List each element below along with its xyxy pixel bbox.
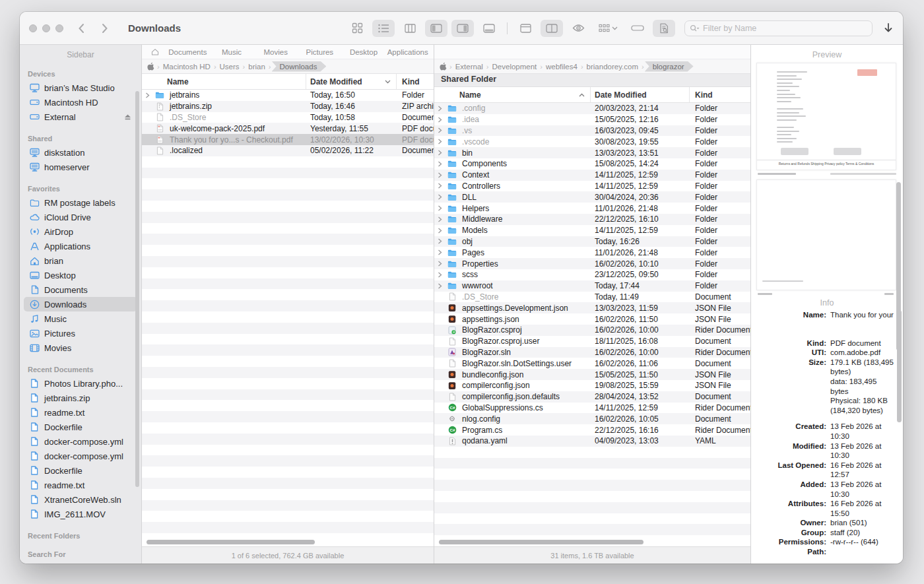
sidebar-item-img-2611-mov[interactable]: IMG_2611.MOV bbox=[24, 507, 137, 521]
show-tab-bar-button[interactable] bbox=[514, 20, 537, 37]
file-row[interactable]: Thank you for yo...s - Checkout.pdf13/02… bbox=[142, 134, 434, 145]
eject-icon[interactable] bbox=[123, 113, 132, 121]
file-row[interactable]: compilerconfig.json19/08/2025, 15:59JSON… bbox=[434, 380, 750, 391]
sidebar-item-desktop[interactable]: Desktop bbox=[24, 268, 137, 282]
sidebar-item-docker-compose-yml[interactable]: docker-compose.yml bbox=[24, 434, 137, 449]
close-window-button[interactable] bbox=[29, 24, 37, 32]
tab-documents[interactable]: Documents bbox=[166, 48, 210, 56]
column-header-name[interactable]: Name bbox=[167, 74, 306, 89]
right-hscroll-bar[interactable] bbox=[439, 540, 644, 544]
breadcrumb-item[interactable]: blograzor bbox=[645, 61, 694, 72]
rename-button[interactable] bbox=[626, 20, 649, 37]
minimize-window-button[interactable] bbox=[42, 24, 50, 32]
file-row[interactable]: C#Program.cs22/12/2025, 16:16Rider Docum… bbox=[434, 424, 750, 436]
breadcrumb-item[interactable]: External bbox=[453, 62, 486, 71]
file-row[interactable]: uk-welcome-pack-2025.pdfYesterday, 11:55… bbox=[142, 123, 434, 134]
file-row[interactable]: Components15/08/2025, 14:24Folder bbox=[434, 158, 750, 170]
downloads-arrow-button[interactable] bbox=[883, 22, 894, 34]
sidebar-item-readme-txt[interactable]: readme.txt bbox=[24, 405, 137, 420]
zoom-window-button[interactable] bbox=[55, 24, 63, 32]
disclosure-chevron-icon[interactable] bbox=[434, 106, 445, 112]
preview-toggle-button[interactable] bbox=[567, 20, 589, 37]
sidebar-item-macintosh-hd[interactable]: Macintosh HD bbox=[24, 95, 137, 110]
breadcrumb-item[interactable]: briandorey.com bbox=[584, 62, 641, 71]
disclosure-chevron-icon[interactable] bbox=[434, 139, 445, 145]
back-button[interactable] bbox=[78, 24, 87, 33]
file-row[interactable]: .vscode30/08/2023, 19:55Folder bbox=[434, 136, 750, 147]
file-row[interactable]: Models14/11/2025, 12:59Folder bbox=[434, 225, 750, 236]
disclosure-chevron-icon[interactable] bbox=[434, 249, 445, 255]
sidebar-item-xtranetcoreweb-sln[interactable]: XtranetCoreWeb.sln bbox=[24, 492, 137, 507]
file-row[interactable]: BlogRazor.sln16/02/2026, 10:00Rider Docu… bbox=[434, 347, 750, 358]
sidebar-item-jetbrains-zip[interactable]: jetbrains.zip bbox=[24, 391, 137, 405]
sidebar-item-readme-txt[interactable]: readme.txt bbox=[24, 478, 137, 492]
disclosure-chevron-icon[interactable] bbox=[434, 127, 445, 133]
apple-icon[interactable] bbox=[147, 62, 154, 71]
disclosure-chevron-icon[interactable] bbox=[434, 150, 445, 156]
apple-icon[interactable] bbox=[440, 62, 447, 71]
list-view-button[interactable] bbox=[372, 20, 395, 37]
tab-movies[interactable]: Movies bbox=[253, 48, 298, 56]
sidebar-item-movies[interactable]: Movies bbox=[24, 341, 137, 355]
file-row[interactable]: Pages11/01/2026, 21:48Folder bbox=[434, 247, 750, 258]
sidebar-item-icloud-drive[interactable]: iCloud Drive bbox=[24, 210, 137, 224]
sidebar-item-diskstation[interactable]: diskstation bbox=[24, 145, 137, 160]
tab-pictures[interactable]: Pictures bbox=[298, 48, 342, 56]
sidebar-item-docker-compose-yml[interactable]: docker-compose.yml bbox=[24, 449, 137, 463]
file-row[interactable]: wwwrootToday, 17:44Folder bbox=[434, 280, 750, 292]
file-row[interactable]: nlog.config16/02/2026, 10:05Document bbox=[434, 413, 750, 424]
sidebar-item-photos-library-pho-[interactable]: Photos Library.pho... bbox=[24, 376, 137, 391]
file-row[interactable]: bin13/03/2023, 13:51Folder bbox=[434, 147, 750, 158]
sidebar-item-brian-s-mac-studio[interactable]: brian’s Mac Studio bbox=[24, 81, 137, 95]
filter-field[interactable] bbox=[684, 20, 873, 36]
sidebar-item-brian[interactable]: brian bbox=[24, 253, 137, 268]
pdf-preview-page-2[interactable] bbox=[756, 179, 896, 290]
disclosure-chevron-icon[interactable] bbox=[142, 92, 152, 98]
show-bottom-panel-button[interactable] bbox=[478, 20, 500, 37]
file-row[interactable]: .idea15/05/2025, 12:16Folder bbox=[434, 114, 750, 125]
file-row[interactable]: .config20/03/2023, 21:14Folder bbox=[434, 103, 750, 114]
disclosure-chevron-icon[interactable] bbox=[434, 283, 445, 289]
sidebar-item-music[interactable]: Music bbox=[24, 311, 137, 326]
sidebar-item-documents[interactable]: Documents bbox=[24, 282, 137, 297]
sidebar-scrollbar[interactable] bbox=[135, 91, 139, 487]
breadcrumb-item[interactable]: Users bbox=[217, 62, 242, 71]
breadcrumb-item[interactable]: Development bbox=[490, 62, 540, 71]
sidebar-item-applications[interactable]: Applications bbox=[24, 239, 137, 253]
file-row[interactable]: jetbrainsToday, 16:50Folder bbox=[142, 90, 434, 101]
file-row[interactable]: appsettings.json16/02/2026, 11:50JSON Fi… bbox=[434, 313, 750, 325]
column-header-name[interactable]: Name bbox=[459, 87, 591, 102]
tab-applications[interactable]: Applications bbox=[385, 48, 430, 56]
sidebar-item-dockerfile[interactable]: Dockerfile bbox=[24, 463, 137, 478]
sidebar-item-pictures[interactable]: Pictures bbox=[24, 326, 137, 341]
file-row[interactable]: .vs16/03/2023, 09:45Folder bbox=[434, 125, 750, 137]
column-header-kind[interactable]: Kind bbox=[397, 74, 434, 89]
file-row[interactable]: Middleware22/12/2025, 16:10Folder bbox=[434, 214, 750, 225]
show-right-panel-button[interactable] bbox=[451, 20, 474, 37]
disclosure-chevron-icon[interactable] bbox=[434, 205, 445, 211]
file-row[interactable]: BlogRazor.csproj.user18/11/2025, 16:08Do… bbox=[434, 336, 750, 347]
file-row[interactable]: Context14/11/2025, 12:59Folder bbox=[434, 170, 750, 181]
pdf-preview-page-1[interactable]: Returns and Refunds Shipping Privacy pol… bbox=[756, 63, 896, 170]
sidebar-item-airdrop[interactable]: AirDrop bbox=[24, 224, 137, 239]
breadcrumb-item[interactable]: Downloads bbox=[272, 61, 327, 72]
file-row[interactable]: .DS_StoreToday, 11:49Document bbox=[434, 292, 750, 303]
info-scrollbar[interactable] bbox=[897, 310, 902, 422]
info-panel-button[interactable] bbox=[653, 20, 675, 37]
breadcrumb-item[interactable]: webfiles4 bbox=[543, 62, 580, 71]
breadcrumb-item[interactable]: Macintosh HD bbox=[160, 62, 213, 71]
arrange-menu-button[interactable] bbox=[593, 20, 622, 37]
tab-desktop[interactable]: Desktop bbox=[342, 48, 386, 56]
file-row[interactable]: Properties16/02/2026, 10:10Folder bbox=[434, 258, 750, 269]
home-icon[interactable] bbox=[146, 48, 166, 55]
disclosure-chevron-icon[interactable] bbox=[434, 183, 445, 189]
file-row[interactable]: Controllers14/11/2025, 12:59Folder bbox=[434, 181, 750, 192]
show-left-panel-button[interactable] bbox=[425, 20, 447, 37]
disclosure-chevron-icon[interactable] bbox=[434, 172, 445, 178]
disclosure-chevron-icon[interactable] bbox=[434, 261, 445, 267]
file-row[interactable]: objToday, 16:26Folder bbox=[434, 236, 750, 247]
column-header-kind[interactable]: Kind bbox=[690, 87, 750, 102]
icon-view-button[interactable] bbox=[346, 20, 368, 37]
file-row[interactable]: jetbrains.zipToday, 16:46ZIP archive bbox=[142, 101, 434, 112]
file-row[interactable]: Helpers11/01/2026, 21:48Folder bbox=[434, 203, 750, 214]
